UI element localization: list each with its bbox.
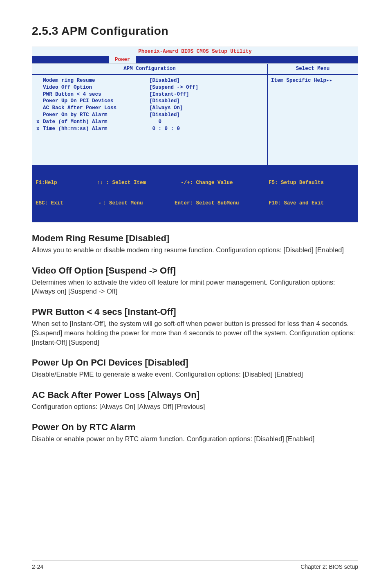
- row-value: 0 : 0 : 0: [149, 126, 265, 132]
- bios-window: Phoenix-Award BIOS CMOS Setup Utility Po…: [32, 47, 358, 222]
- row-label: Video Off Option: [43, 84, 149, 91]
- row-mark: [34, 84, 43, 91]
- row-value: [Always On]: [149, 105, 265, 112]
- row-value: 0: [149, 119, 265, 126]
- subsection-body: Determines when to activate the video of…: [32, 278, 358, 296]
- footer-help-key: F1:Help: [36, 180, 97, 186]
- row-label: Modem ring Resume: [43, 77, 149, 84]
- subsection-heading: PWR Button < 4 secs [Instant-Off]: [32, 307, 358, 317]
- footer-exit-key: ESC: Exit: [36, 200, 97, 207]
- row-mark: [34, 98, 43, 105]
- bios-main-header: APM Configuration: [32, 64, 267, 75]
- subsection-heading: Power Up On PCI Devices [Disabled]: [32, 357, 358, 368]
- row-label: Date (of Month) Alarm: [43, 119, 149, 126]
- bios-main-panel: APM Configuration Modem ring Resume[Disa…: [32, 64, 268, 165]
- footer-setup-defaults: F5: Setup Defaults: [269, 180, 354, 186]
- subsection-body: When set to [Instant-Off], the system wi…: [32, 319, 358, 347]
- row-label: AC Back After Power Loss: [43, 105, 149, 112]
- subsection-heading: Modem Ring Resume [Disabled]: [32, 233, 358, 244]
- subsection-heading: Power On by RTC Alarm: [32, 422, 358, 433]
- row-value: [Disabled]: [149, 77, 265, 84]
- footer-change-value: -/+: Change Value: [175, 180, 269, 186]
- bios-side-panel: Select Menu Item Specific Help▸▸: [268, 64, 358, 165]
- bios-help-text: Item Specific Help: [271, 78, 326, 83]
- bios-setting-row[interactable]: AC Back After Power Loss[Always On]: [32, 105, 267, 112]
- row-value: [Disabled]: [149, 98, 265, 105]
- bios-settings-list: Modem ring Resume[Disabled]Video Off Opt…: [32, 75, 267, 165]
- row-value: [Suspend -> Off]: [149, 84, 265, 91]
- section-title: 2.5.3 APM Configuration: [32, 25, 358, 38]
- subsection-body: Disable/Enable PME to generate a wake ev…: [32, 370, 358, 379]
- row-label: PWR Button < 4 secs: [43, 91, 149, 98]
- row-value: [Disabled]: [149, 112, 265, 119]
- footer-select-submenu: Enter: Select SubMenu: [175, 200, 269, 207]
- row-mark: [34, 77, 43, 84]
- subsection-heading: Video Off Option [Suspend -> Off]: [32, 265, 358, 276]
- bios-tab-power[interactable]: Power: [109, 56, 136, 63]
- row-mark: x: [34, 119, 43, 126]
- bios-setting-row[interactable]: Modem ring Resume[Disabled]: [32, 77, 267, 84]
- subsection-body: Allows you to enable or disable modem ri…: [32, 245, 358, 255]
- bios-tabbar: Power: [32, 56, 358, 63]
- row-mark: [34, 105, 43, 112]
- bios-setting-row[interactable]: xDate (of Month) Alarm 0: [32, 119, 267, 126]
- bios-setting-row[interactable]: PWR Button < 4 secs[Instant-Off]: [32, 91, 267, 98]
- subsection-body: Disable or enable power on by RTC alarm …: [32, 434, 358, 444]
- row-mark: [34, 91, 43, 98]
- row-mark: [34, 112, 43, 119]
- row-label: Power Up On PCI Devices: [43, 98, 149, 105]
- help-arrows-icon: ▸▸: [326, 78, 332, 83]
- bios-setting-row[interactable]: Power Up On PCI Devices[Disabled]: [32, 98, 267, 105]
- bios-window-title: Phoenix-Award BIOS CMOS Setup Utility: [32, 47, 358, 56]
- row-value: [Instant-Off]: [149, 91, 265, 98]
- footer-save-exit: F10: Save and Exit: [269, 200, 354, 207]
- subsection-heading: AC Back After Power Loss [Always On]: [32, 390, 358, 400]
- footer-select-menu: →←: Select Menu: [97, 200, 175, 207]
- row-label: Time (hh:mm:ss) Alarm: [43, 126, 149, 132]
- page-number: 2-24: [32, 563, 43, 570]
- chapter-label: Chapter 2: BIOS setup: [300, 563, 358, 570]
- page-footer: 2-24 Chapter 2: BIOS setup: [32, 561, 358, 570]
- row-mark: x: [34, 126, 43, 132]
- bios-side-header: Select Menu: [268, 64, 358, 75]
- bios-setting-row[interactable]: Video Off Option[Suspend -> Off]: [32, 84, 267, 91]
- subsection-body: Configuration options: [Always On] [Alwa…: [32, 402, 358, 411]
- row-label: Power On by RTC Alarm: [43, 112, 149, 119]
- bios-setting-row[interactable]: Power On by RTC Alarm[Disabled]: [32, 112, 267, 119]
- footer-select-item: ↑↓ : Select Item: [97, 180, 175, 186]
- bios-setting-row[interactable]: xTime (hh:mm:ss) Alarm 0 : 0 : 0: [32, 126, 267, 132]
- bios-help-area: Item Specific Help▸▸: [268, 75, 358, 165]
- bios-footer: F1:Help ESC: Exit ↑↓ : Select Item →←: S…: [32, 165, 358, 222]
